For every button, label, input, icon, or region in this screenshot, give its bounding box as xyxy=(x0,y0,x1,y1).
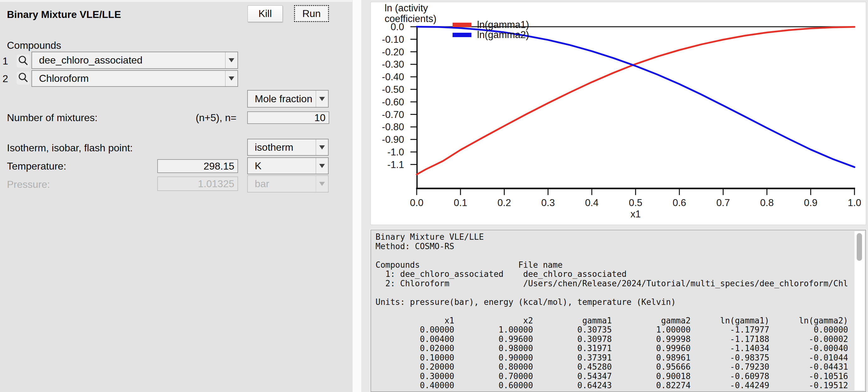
chevron-down-icon xyxy=(316,158,328,174)
output-panel[interactable]: Binary Mixture VLE/LLE Method: COSMO-RS … xyxy=(370,230,866,392)
svg-text:0.2: 0.2 xyxy=(498,197,511,208)
legend-swatch-gamma2 xyxy=(453,33,471,37)
legend-item-gamma1: ln(gamma1) xyxy=(453,20,529,30)
amount-basis-select[interactable]: Mole fraction xyxy=(247,90,329,108)
svg-text:-0.60: -0.60 xyxy=(382,97,404,108)
mixtures-label: Number of mixtures: xyxy=(7,113,97,123)
output-scrollbar-thumb[interactable] xyxy=(857,233,862,261)
compound-2-index: 2 xyxy=(2,73,8,84)
mode-select[interactable]: isotherm xyxy=(247,139,329,156)
temperature-input[interactable]: 298.15 xyxy=(157,159,238,173)
mixtures-hint: (n+5), n= xyxy=(163,113,237,123)
legend-label-gamma1: ln(gamma1) xyxy=(477,20,529,30)
svg-text:-0.70: -0.70 xyxy=(382,109,404,120)
pressure-unit-select: bar xyxy=(247,175,329,192)
mixtures-input[interactable]: 10 xyxy=(247,111,329,124)
svg-text:0.7: 0.7 xyxy=(716,197,730,208)
svg-text:1.0: 1.0 xyxy=(847,197,861,208)
svg-text:-0.80: -0.80 xyxy=(382,121,404,132)
kill-button[interactable]: Kill xyxy=(248,5,283,22)
chart-legend: ln(gamma1) ln(gamma2) xyxy=(453,20,529,40)
compounds-label: Compounds xyxy=(7,40,61,50)
legend-label-gamma2: ln(gamma2) xyxy=(477,30,529,40)
svg-text:-0.30: -0.30 xyxy=(382,59,404,70)
compound-1-index: 1 xyxy=(2,56,8,66)
pressure-label: Pressure: xyxy=(7,179,50,189)
compound-1-select[interactable]: dee_chloro_associated xyxy=(31,52,238,69)
compound-1-value: dee_chloro_associated xyxy=(32,54,225,66)
svg-text:-0.40: -0.40 xyxy=(382,71,404,83)
compound-2-select[interactable]: Chloroform xyxy=(31,70,238,87)
mode-label: Isotherm, isobar, flash point: xyxy=(7,143,133,153)
y-axis-title: ln (activity coefficients) xyxy=(384,3,436,24)
temperature-value: 298.15 xyxy=(158,160,238,172)
temperature-label: Temperature: xyxy=(7,161,66,171)
mixtures-value: 10 xyxy=(248,112,329,123)
svg-text:-0.10: -0.10 xyxy=(382,34,404,45)
output-scrollbar[interactable] xyxy=(854,231,865,390)
chevron-down-icon xyxy=(225,52,238,68)
mode-value: isotherm xyxy=(248,142,316,153)
svg-text:-0.20: -0.20 xyxy=(382,47,404,58)
svg-text:0.9: 0.9 xyxy=(804,197,817,208)
form-panel: Binary Mixture VLE/LLE Kill Run Compound… xyxy=(0,0,352,392)
chevron-down-icon xyxy=(225,71,238,86)
chevron-down-icon xyxy=(316,176,328,192)
svg-text:x1: x1 xyxy=(630,209,641,220)
svg-text:0.5: 0.5 xyxy=(629,197,642,208)
search-icon xyxy=(17,71,30,85)
amount-basis-value: Mole fraction xyxy=(248,93,316,105)
page-title: Binary Mixture VLE/LLE xyxy=(7,9,121,20)
activity-coefficients-plot: 0.0-0.10-0.20-0.30-0.40-0.50-0.60-0.70-0… xyxy=(371,2,866,225)
svg-text:0.1: 0.1 xyxy=(454,197,467,208)
svg-text:-0.50: -0.50 xyxy=(382,84,404,95)
pressure-input: 1.01325 xyxy=(157,177,238,191)
chevron-down-icon xyxy=(316,91,328,107)
search-icon xyxy=(17,54,30,68)
svg-text:0.6: 0.6 xyxy=(673,197,686,208)
compound-2-value: Chloroform xyxy=(32,73,225,84)
legend-swatch-gamma1 xyxy=(453,23,471,27)
output-text[interactable]: Binary Mixture VLE/LLE Method: COSMO-RS … xyxy=(375,233,854,390)
compound-1-search-button[interactable] xyxy=(17,54,30,68)
pressure-unit-value: bar xyxy=(248,178,316,190)
svg-text:-1.0: -1.0 xyxy=(388,147,404,158)
legend-item-gamma2: ln(gamma2) xyxy=(453,30,529,40)
svg-text:0.3: 0.3 xyxy=(541,197,555,208)
temperature-unit-value: K xyxy=(248,160,316,172)
svg-text:0.8: 0.8 xyxy=(760,197,774,208)
panel-splitter[interactable] xyxy=(352,0,362,392)
svg-text:0.4: 0.4 xyxy=(585,197,598,208)
compound-2-search-button[interactable] xyxy=(17,71,30,85)
chevron-down-icon xyxy=(316,139,328,155)
svg-text:0.0: 0.0 xyxy=(410,197,423,208)
pressure-value: 1.01325 xyxy=(158,177,238,190)
temperature-unit-select[interactable]: K xyxy=(247,157,329,174)
chart-panel: 0.0-0.10-0.20-0.30-0.40-0.50-0.60-0.70-0… xyxy=(370,2,866,225)
svg-text:-1.1: -1.1 xyxy=(388,159,404,170)
run-button[interactable]: Run xyxy=(294,5,329,22)
svg-text:-0.90: -0.90 xyxy=(382,134,404,145)
